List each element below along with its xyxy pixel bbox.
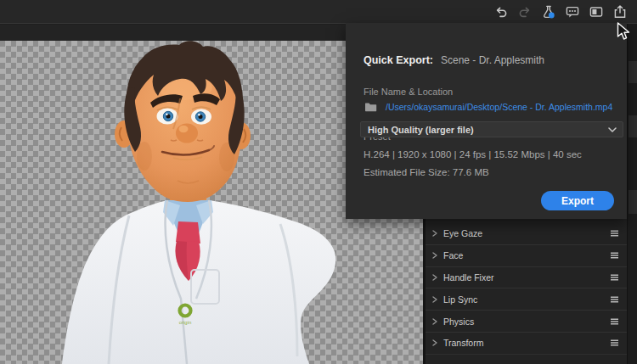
behavior-row-face[interactable]: Face — [426, 245, 627, 267]
behavior-row-transform[interactable]: Transform — [426, 333, 627, 355]
chevron-down-icon — [608, 127, 617, 133]
behavior-row-lip-sync[interactable]: Lip Sync — [426, 288, 627, 311]
eye-glint-left — [166, 114, 167, 115]
behavior-label: Lip Sync — [443, 294, 610, 305]
toolbar-icon-group — [493, 0, 628, 24]
panel-layout-icon[interactable] — [589, 4, 604, 20]
nose-highlight — [179, 126, 189, 132]
file-path-row: /Users/okaysamurai/Desktop/Scene - Dr. A… — [364, 102, 612, 112]
chevron-right-icon — [432, 339, 437, 346]
quick-export-panel: Quick Export:Scene - Dr. Applesmith File… — [346, 23, 627, 219]
preset-selected-value: High Quality (larger file) — [361, 125, 474, 135]
preset-dropdown[interactable]: High Quality (larger file) — [360, 121, 623, 137]
behavior-label: Transform — [443, 338, 610, 348]
scrollbar-fragment[interactable] — [629, 61, 637, 83]
chevron-right-icon — [432, 230, 437, 237]
chevron-right-icon — [432, 252, 437, 259]
comments-icon[interactable] — [565, 4, 580, 20]
chevron-right-icon — [432, 296, 437, 303]
export-specs-line: H.264 | 1920 x 1080 | 24 fps | 15.52 Mbp… — [364, 149, 582, 160]
estimated-file-size: Estimated File Size: 77.6 MB — [364, 167, 489, 177]
undo-icon[interactable] — [493, 4, 509, 20]
share-export-icon[interactable] — [612, 4, 628, 20]
test-flask-icon[interactable] — [541, 4, 556, 20]
chevron-right-icon — [432, 318, 437, 325]
menu-icon[interactable] — [610, 252, 619, 259]
menu-icon[interactable] — [610, 274, 619, 281]
scene-viewport-header — [0, 25, 346, 41]
top-toolbar — [0, 0, 637, 24]
behavior-label: Physics — [443, 316, 610, 327]
scrollbar-fragment[interactable] — [629, 115, 637, 137]
right-edge-panel — [627, 24, 637, 364]
behavior-label: Eye Gaze — [443, 228, 610, 238]
export-file-path-link[interactable]: /Users/okaysamurai/Desktop/Scene - Dr. A… — [386, 102, 612, 112]
redo-icon[interactable] — [517, 4, 533, 20]
puppet-nose — [176, 124, 198, 143]
export-button[interactable]: Export — [541, 191, 614, 210]
behavior-label: Handle Fixer — [443, 272, 610, 283]
eye-glint-right — [198, 114, 200, 115]
folder-icon[interactable] — [364, 102, 377, 112]
behavior-row-physics[interactable]: Physics — [426, 311, 627, 333]
chevron-right-icon — [432, 274, 437, 281]
behavior-row-handle-fixer[interactable]: Handle Fixer — [426, 267, 627, 289]
cheek-shade-left — [137, 142, 152, 171]
menu-icon[interactable] — [610, 318, 619, 325]
quick-export-title-label: Quick Export: — [364, 54, 433, 66]
coat-logo-text: origin — [179, 320, 192, 325]
quick-export-title: Quick Export:Scene - Dr. Applesmith — [364, 54, 544, 66]
behavior-label: Face — [443, 250, 610, 260]
menu-icon[interactable] — [610, 230, 619, 237]
behaviors-panel: Eye Gaze Face Handle Fixer Lip Sync Phys… — [426, 219, 627, 364]
tie-knot — [176, 221, 200, 244]
scene-name: Scene - Dr. Applesmith — [441, 54, 544, 66]
menu-icon[interactable] — [610, 296, 619, 303]
menu-icon[interactable] — [610, 339, 619, 346]
character-animator-window: origin — [0, 0, 637, 364]
behavior-row-eye-gaze[interactable]: Eye Gaze — [426, 223, 627, 245]
file-name-location-label: File Name & Location — [364, 87, 453, 97]
scrollbar-fragment[interactable] — [629, 190, 637, 214]
